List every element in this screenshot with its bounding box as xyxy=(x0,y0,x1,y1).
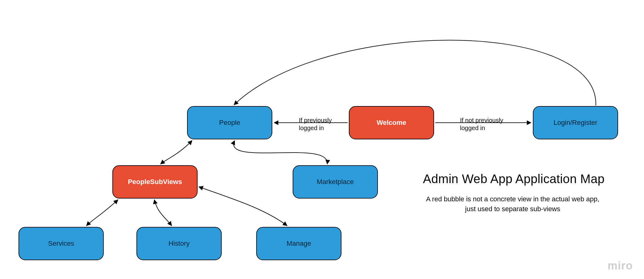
edge-people-marketplace xyxy=(234,141,327,164)
node-label: History xyxy=(169,240,190,248)
edge-label-prev-logged-in: If previously logged in xyxy=(299,117,332,132)
edge-people-peoplesubviews xyxy=(161,141,192,164)
node-people[interactable]: People xyxy=(187,106,272,139)
node-marketplace[interactable]: Marketplace xyxy=(293,165,378,199)
edge-psv-manage xyxy=(199,187,287,226)
node-services[interactable]: Services xyxy=(19,227,104,260)
edge-label-not-prev-logged-in: If not previously logged in xyxy=(460,117,503,132)
diagram-title: Admin Web App Application Map xyxy=(423,172,604,186)
node-login-register[interactable]: Login/Register xyxy=(533,106,618,139)
node-peoplesubviews[interactable]: PeopleSubViews xyxy=(112,165,198,199)
edge-login-to-people xyxy=(234,40,596,105)
node-label: Services xyxy=(48,240,74,248)
node-label: PeopleSubViews xyxy=(128,178,182,186)
edge-psv-history xyxy=(154,200,172,226)
node-manage[interactable]: Manage xyxy=(256,227,341,260)
node-label: People xyxy=(219,119,240,127)
edge-psv-services xyxy=(86,200,118,226)
node-welcome[interactable]: Welcome xyxy=(349,106,434,139)
node-label: Marketplace xyxy=(317,178,354,186)
node-label: Manage xyxy=(286,240,311,248)
diagram-canvas[interactable]: People Welcome Login/Register PeopleSubV… xyxy=(0,0,644,279)
node-history[interactable]: History xyxy=(136,227,222,260)
miro-logo: miro xyxy=(608,259,633,272)
node-label: Login/Register xyxy=(554,119,597,127)
diagram-subtitle: A red bubble is not a concrete view in t… xyxy=(426,194,599,214)
node-label: Welcome xyxy=(377,119,406,127)
